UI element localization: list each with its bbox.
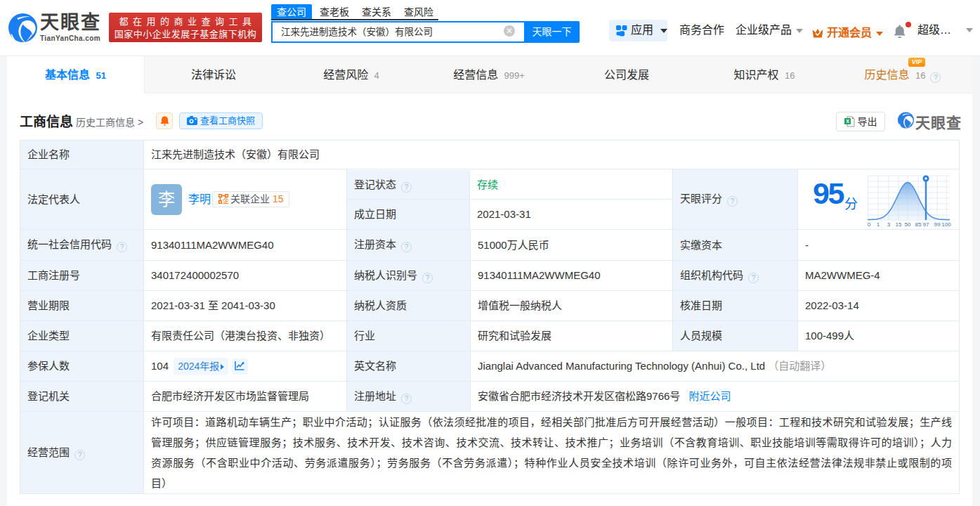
svg-text:97: 97 (923, 221, 929, 228)
svg-text:3: 3 (887, 221, 891, 228)
svg-text:天眼查: 天眼查 (915, 115, 962, 131)
svg-text:1: 1 (877, 221, 880, 228)
svg-text:50: 50 (905, 221, 911, 228)
svg-text:99: 99 (934, 221, 941, 228)
svg-text:企: 企 (223, 197, 228, 204)
svg-text:X: X (846, 119, 849, 124)
svg-text:15: 15 (896, 221, 902, 228)
svg-text:85: 85 (915, 221, 922, 228)
svg-text:0: 0 (868, 221, 871, 228)
svg-text:100: 100 (941, 221, 951, 228)
